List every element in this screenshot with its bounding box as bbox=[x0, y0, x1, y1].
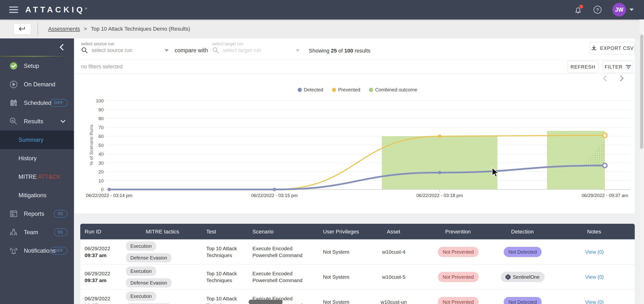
filter-button[interactable]: FILTER bbox=[603, 61, 633, 73]
legend-label: Prevented bbox=[338, 87, 360, 93]
chevron-right-icon bbox=[619, 75, 625, 82]
svg-text:80: 80 bbox=[98, 116, 104, 121]
vertical-scrollbar[interactable] bbox=[639, 20, 644, 304]
registered-mark: ® bbox=[85, 7, 87, 10]
detection-cell: Not Detected bbox=[491, 295, 552, 304]
refresh-button[interactable]: REFRESH bbox=[568, 61, 598, 73]
chart-prev-button[interactable] bbox=[602, 75, 608, 83]
sidebar-item-label: Scheduled bbox=[24, 100, 51, 106]
prevention-cell: Not Prevented bbox=[423, 295, 491, 304]
detection-vendor-pill: SentinelOne bbox=[501, 272, 544, 282]
asset-cell: w10cust-4 bbox=[362, 246, 423, 257]
sidebar-item-label: Team bbox=[24, 229, 38, 236]
sidebar-item-notifications[interactable]: NotificationsOFF bbox=[0, 242, 74, 260]
calendar-icon bbox=[9, 98, 18, 107]
sidebar-item-setup[interactable]: Setup bbox=[0, 57, 74, 75]
svg-text:30: 30 bbox=[98, 160, 104, 166]
help-icon[interactable]: ? bbox=[593, 5, 602, 14]
hamburger-menu-icon[interactable] bbox=[9, 6, 18, 13]
back-button[interactable] bbox=[14, 23, 31, 34]
user-privileges-cell: Not System bbox=[318, 272, 362, 282]
svg-text:?: ? bbox=[596, 7, 599, 12]
sidebar-item-label: Mitigations bbox=[18, 192, 46, 199]
run-id-cell: 06/29/202209:37 am bbox=[80, 268, 122, 286]
sentinelone-logo-icon bbox=[506, 274, 510, 280]
chevron-left-icon bbox=[59, 44, 64, 51]
team-icon bbox=[9, 228, 18, 237]
sidebar-item-label: On Demand bbox=[24, 81, 55, 88]
sidebar-item-label: Reports bbox=[24, 210, 44, 217]
sidebar-item-results[interactable]: Results bbox=[0, 112, 74, 130]
no-filters-text: no filters selected bbox=[81, 64, 122, 70]
check-circle-icon bbox=[9, 62, 18, 70]
user-menu[interactable]: JW bbox=[612, 3, 634, 16]
breadcrumb-link-assessments[interactable]: Assessments bbox=[48, 26, 80, 32]
tactic-tag: Defense Evasion bbox=[126, 253, 172, 262]
svg-text:100: 100 bbox=[96, 98, 104, 103]
sidebar-badge: 01 bbox=[54, 228, 68, 236]
breadcrumb-current: Top 10 Attack Techniques Demo (Results) bbox=[91, 26, 190, 32]
table-row: 06/29/202209:37 amExecutionDefense Evasi… bbox=[80, 264, 635, 290]
column-header-user-privileges: User Privileges bbox=[318, 226, 362, 237]
table-body: 06/29/202209:37 amExecutionDefense Evasi… bbox=[80, 239, 635, 304]
notifications-icon bbox=[9, 246, 18, 255]
view-notes-link[interactable]: View (0) bbox=[585, 274, 604, 280]
test-cell: Top 10 Attack Techniques bbox=[202, 243, 248, 261]
tactic-tag: Execution bbox=[126, 292, 156, 301]
sidebar-item-scheduled[interactable]: ScheduledOFF bbox=[0, 94, 74, 112]
play-circle-icon bbox=[9, 80, 18, 89]
prevention-cell: Not Prevented bbox=[423, 245, 491, 259]
svg-text:06/22/2022 - 03:15 pm: 06/22/2022 - 03:15 pm bbox=[251, 193, 298, 198]
source-run-select[interactable]: select source run bbox=[81, 47, 168, 54]
scenario-runs-chart: 0102030405060708090100% of Scenario Runs… bbox=[80, 94, 635, 203]
sidebar-item-reports[interactable]: Reports01 bbox=[0, 204, 74, 223]
avatar[interactable]: JW bbox=[612, 3, 626, 16]
sidebar-item-label: Setup bbox=[24, 62, 39, 69]
filter-status-row: no filters selected REFRESH FILTER bbox=[75, 60, 635, 74]
horizontal-scrollbar-thumb[interactable] bbox=[248, 300, 282, 304]
vertical-scrollbar-thumb[interactable] bbox=[640, 34, 643, 149]
view-notes-link[interactable]: View (0) bbox=[585, 299, 604, 304]
notifications-bell-icon[interactable] bbox=[574, 5, 583, 14]
column-header-prevention: Prevention bbox=[423, 226, 491, 237]
sidebar-item-on-demand[interactable]: On Demand bbox=[0, 75, 74, 94]
asset-cell: w10cust-un bbox=[362, 297, 423, 304]
sidebar-collapse-button[interactable] bbox=[0, 38, 74, 56]
user-menu-caret-icon bbox=[630, 8, 634, 11]
table-row: 06/29/202209:37 amExecutionDefense Evasi… bbox=[80, 239, 635, 264]
detection-cell: Not Detected bbox=[491, 245, 552, 259]
legend-item-detected[interactable]: Detected bbox=[298, 87, 323, 93]
column-header-test: Test bbox=[202, 226, 248, 237]
svg-text:50: 50 bbox=[98, 143, 104, 148]
legend-item-combined-outcome[interactable]: Combined outcome bbox=[369, 87, 417, 93]
view-notes-link[interactable]: View (0) bbox=[585, 249, 604, 255]
legend-item-prevented[interactable]: Prevented bbox=[332, 87, 360, 93]
reports-icon bbox=[9, 210, 18, 218]
notification-badge-dot bbox=[579, 4, 583, 8]
sidebar-item-history[interactable]: History bbox=[0, 149, 74, 168]
column-header-asset: Asset bbox=[362, 226, 423, 237]
table-row: 06/29/202209:37 amExecutionDefense Evasi… bbox=[80, 290, 635, 304]
svg-text:06/22/2022 - 03:14 pm: 06/22/2022 - 03:14 pm bbox=[86, 193, 132, 198]
user-privileges-cell: Not System bbox=[318, 246, 362, 257]
chart-next-button[interactable] bbox=[619, 75, 625, 83]
dropdown-caret-icon bbox=[296, 49, 300, 52]
sidebar-item-summary[interactable]: Summary bbox=[0, 130, 74, 149]
test-cell: Top 10 Attack Techniques bbox=[202, 268, 248, 286]
chevron-left-icon bbox=[602, 75, 608, 82]
sidebar-item-team[interactable]: Team01 bbox=[0, 223, 74, 242]
sidebar-item-mitigations[interactable]: Mitigations bbox=[0, 186, 74, 204]
export-csv-button[interactable]: EXPORT CSV bbox=[590, 42, 635, 54]
notes-cell: View (0) bbox=[552, 297, 635, 304]
sidebar-item-label: Results bbox=[24, 118, 43, 125]
detection-cell: SentinelOne bbox=[491, 270, 552, 284]
top-bar: ATTACKIQ® ? JW bbox=[0, 0, 644, 20]
sidebar-item-mitre-att-ck[interactable]: MITRE ATT&CK bbox=[0, 168, 74, 186]
target-run-select[interactable]: select target run bbox=[212, 47, 300, 54]
breadcrumb: Assessments > Top 10 Attack Techniques D… bbox=[48, 26, 190, 32]
column-header-run-id: Run ID bbox=[80, 226, 122, 237]
return-arrow-icon bbox=[18, 25, 27, 32]
search-icon bbox=[81, 47, 88, 54]
svg-text:90: 90 bbox=[98, 107, 104, 112]
chart-legend: DetectedPreventedCombined outcome bbox=[80, 87, 635, 93]
